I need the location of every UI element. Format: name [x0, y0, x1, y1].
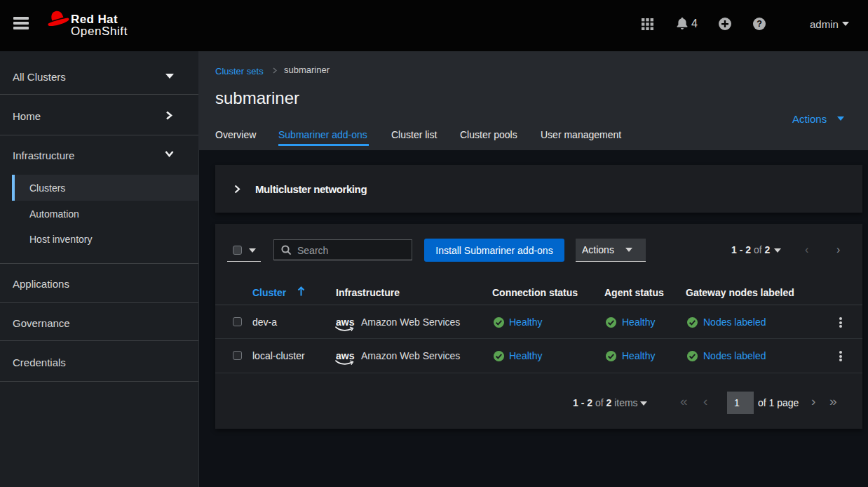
- svg-text:?: ?: [757, 19, 762, 29]
